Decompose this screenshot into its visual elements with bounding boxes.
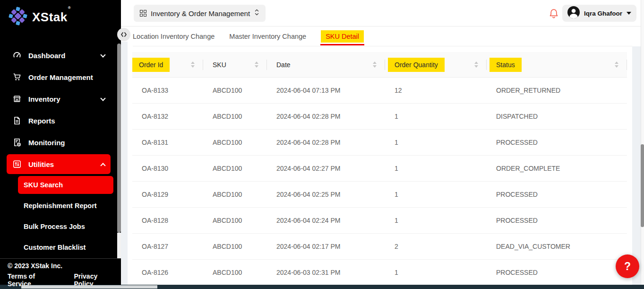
- sidebar-item-inventory[interactable]: Inventory: [7, 89, 111, 109]
- cell-sku: ABCD100: [203, 208, 267, 233]
- grid-icon: [140, 10, 146, 17]
- column-header-date[interactable]: Date: [267, 52, 385, 77]
- cell-sku: ABCD100: [203, 182, 267, 207]
- cell-sku: ABCD100: [203, 104, 267, 129]
- cell-date: 2024-06-04 02:28 PM: [267, 104, 385, 129]
- chevron-down-icon: [100, 52, 105, 57]
- app-switcher-label: Inventory & Order Management: [151, 9, 250, 18]
- column-label: Status: [489, 58, 522, 72]
- sliders-icon: [12, 159, 22, 169]
- cell-order-quantity: 1: [385, 130, 487, 155]
- cell-status: PROCESSED: [487, 208, 627, 233]
- cell-status: PROCESSED: [487, 182, 627, 207]
- sidebar-item-label: Inventory: [28, 95, 60, 103]
- tab-sku-detail[interactable]: SKU Detail: [321, 30, 364, 43]
- column-header-status[interactable]: Status: [487, 52, 627, 77]
- cell-order-quantity: 1: [385, 104, 487, 129]
- cell-sku: ABCD100: [203, 234, 267, 259]
- cell-sku: ABCD100: [203, 78, 267, 103]
- sidebar-subitem-bulk-process-jobs[interactable]: Bulk Process Jobs: [18, 218, 113, 236]
- sidebar: XStak® Dashboard Order Management: [0, 0, 121, 285]
- sidebar-item-monitoring[interactable]: Monitoring: [7, 132, 111, 152]
- app-switcher-button[interactable]: Inventory & Order Management: [134, 5, 266, 22]
- help-button[interactable]: ?: [616, 254, 639, 278]
- sidebar-item-order-management[interactable]: Order Management: [7, 67, 111, 87]
- xstak-logo-icon: [9, 7, 27, 27]
- cell-date: 2024-06-03 02:31 PM: [267, 260, 385, 285]
- sidebar-footer: © 2023 XStak Inc. Terms of Service Priva…: [0, 258, 121, 285]
- table-row: OA-8131 ABCD100 2024-06-04 02:28 PM 1 PR…: [132, 130, 627, 156]
- cell-date: 2024-06-04 02:25 PM: [267, 182, 385, 207]
- cell-date: 2024-06-04 07:13 PM: [267, 78, 385, 103]
- sort-icon: [191, 61, 195, 68]
- cell-order-id: OA-8128: [132, 208, 203, 233]
- cell-date: 2024-06-04 02:24 PM: [267, 208, 385, 233]
- cell-order-quantity: 2: [385, 234, 487, 259]
- selector-icon: [254, 8, 259, 18]
- sidebar-scrollbar-thumb[interactable]: [117, 44, 121, 233]
- table-row: OA-8129 ABCD100 2024-06-04 02:25 PM 1 PR…: [132, 182, 627, 208]
- sku-detail-table: Order Id SKU Date Order Quantity Status …: [132, 52, 627, 286]
- sidebar-item-utilities[interactable]: Utilities: [7, 154, 111, 174]
- column-label: SKU: [206, 58, 233, 72]
- content-left-gutter: [121, 42, 128, 285]
- chevron-down-icon: [100, 96, 105, 101]
- vertical-scrollbar-track[interactable]: [641, 0, 644, 285]
- sidebar-subitem-replenishment-report[interactable]: Replenishment Report: [18, 197, 113, 215]
- sidebar-item-dashboard[interactable]: Dashboard: [7, 45, 111, 65]
- cell-date: 2024-06-04 02:27 PM: [267, 156, 385, 181]
- tab-label: Location Inventory Change: [133, 33, 215, 40]
- registered-mark: ®: [68, 6, 71, 10]
- column-header-sku[interactable]: SKU: [203, 52, 267, 77]
- user-name: Iqra Ghafoor: [584, 10, 622, 17]
- table-row: OA-8128 ABCD100 2024-06-04 02:24 PM 1 PR…: [132, 208, 627, 234]
- cell-order-id: OA-8127: [132, 234, 203, 259]
- tab-bar: Location Inventory Change Master Invento…: [133, 26, 364, 46]
- user-menu-button[interactable]: Iqra Ghafoor: [562, 5, 636, 22]
- table-row: OA-8133 ABCD100 2024-06-04 07:13 PM 12 O…: [132, 78, 627, 104]
- cell-sku: ABCD100: [203, 156, 267, 181]
- tab-master-inventory-change[interactable]: Master Inventory Change: [229, 33, 306, 40]
- sort-icon: [474, 61, 478, 68]
- tab-label: SKU Detail: [321, 30, 364, 43]
- column-label: Order Quantity: [388, 58, 445, 72]
- subitem-label: Bulk Process Jobs: [24, 223, 85, 230]
- horizontal-scrollbar-thumb[interactable]: [21, 285, 157, 289]
- cell-order-id: OA-8129: [132, 182, 203, 207]
- cell-order-id: OA-8131: [132, 130, 203, 155]
- sidebar-item-label: Dashboard: [28, 52, 65, 60]
- table-row: OA-8126 ABCD100 2024-06-03 02:31 PM 1 PR…: [132, 260, 627, 286]
- column-header-order-id[interactable]: Order Id: [132, 52, 203, 77]
- sidebar-item-label: Order Management: [28, 73, 93, 81]
- cell-order-id: OA-8130: [132, 156, 203, 181]
- cell-status: ORDER_COMPLETE: [487, 156, 627, 181]
- cell-order-quantity: 12: [385, 78, 487, 103]
- column-header-order-quantity[interactable]: Order Quantity: [385, 52, 487, 77]
- cell-sku: ABCD100: [203, 260, 267, 285]
- cell-status: PROCESSED: [487, 130, 627, 155]
- cell-status: PROCESSED: [487, 260, 627, 285]
- vertical-scrollbar-thumb[interactable]: [641, 144, 644, 227]
- sidebar-subitem-sku-search[interactable]: SKU Search: [18, 176, 113, 194]
- tab-location-inventory-change[interactable]: Location Inventory Change: [133, 33, 215, 40]
- sidebar-item-reports[interactable]: Reports: [7, 111, 111, 131]
- sidebar-subitem-customer-blacklist[interactable]: Customer Blacklist: [18, 238, 113, 256]
- sort-icon: [615, 61, 618, 68]
- sidebar-scrollbar-track: [117, 233, 121, 258]
- sidebar-collapse-toggle[interactable]: [117, 28, 130, 41]
- subitem-label: SKU Search: [24, 181, 63, 189]
- gauge-icon: [12, 51, 22, 60]
- chevron-up-icon: [100, 163, 105, 168]
- report-icon: [12, 116, 22, 125]
- sort-icon: [373, 61, 377, 68]
- cart-icon: [12, 72, 22, 82]
- content-right-gutter: [632, 46, 641, 285]
- copyright: © 2023 XStak Inc.: [8, 262, 113, 270]
- notification-bell-button[interactable]: [548, 8, 559, 19]
- cell-order-quantity: 1: [385, 156, 487, 181]
- cell-order-quantity: 1: [385, 260, 487, 285]
- sort-icon: [255, 61, 258, 68]
- cell-date: 2024-06-04 02:17 PM: [267, 234, 385, 259]
- column-label: Order Id: [132, 58, 170, 72]
- cell-status: DISPATCHED: [487, 104, 627, 129]
